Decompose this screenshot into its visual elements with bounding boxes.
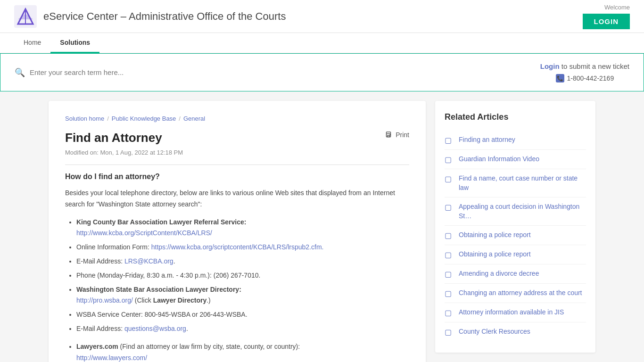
article-meta: Modified on: Mon, 1 Aug, 2022 at 12:18 P… (65, 149, 409, 156)
article-title-row: Find an Attorney Print (65, 131, 409, 149)
article-title: Find an Attorney (65, 131, 162, 145)
article-panel: Solution home / Public Knowledge Base / … (49, 101, 426, 362)
printer-icon (384, 131, 393, 139)
lawyers-com-link[interactable]: http://www.lawyers.com/ (76, 354, 147, 362)
breadcrumb-public-kb[interactable]: Public Knowledge Base (112, 115, 176, 122)
list-item: E-Mail Address: LRS@KCBA.org. (76, 256, 409, 267)
search-submit-text: to submit a new ticket (561, 62, 629, 70)
search-right: Login to submit a new ticket 📞 1-800-442… (540, 62, 629, 82)
list-item: Online Information Form: https://www.kcb… (76, 242, 409, 253)
article-section-heading: How do I find an attorney? (65, 173, 409, 181)
header-right: Welcome LOGIN (583, 4, 630, 29)
related-item-text-2: Find a name, court case number or state … (459, 174, 586, 192)
doc-icon-8: ▢ (445, 308, 454, 317)
list-item: Lawyers.com (Find an attorney or law fir… (76, 341, 409, 362)
doc-icon-3: ▢ (445, 203, 454, 212)
header-title: eService Center – Administrative Office … (43, 10, 286, 23)
search-login-text: Login to submit a new ticket (540, 62, 629, 70)
logo-icon (14, 5, 37, 28)
lawyers-com-label: Lawyers.com (76, 343, 118, 350)
lawyers-com-desc: (Find an attorney or law firm by city, s… (120, 343, 300, 350)
list-item: E-Mail Address: questions@wsba.org. (76, 323, 409, 335)
list-item: Phone (Monday-Friday, 8:30 a.m. - 4:30 p… (76, 270, 409, 281)
breadcrumb-general[interactable]: General (183, 115, 205, 122)
breadcrumb-sep-1: / (107, 115, 109, 122)
main-nav: Home Solutions (0, 33, 644, 53)
article-body: Besides your local telephone directory, … (65, 188, 409, 362)
related-item-text-9: County Clerk Resources (459, 327, 530, 337)
related-item-text-7: Changing an attorney address at the cour… (459, 288, 582, 298)
search-icon: 🔍 (15, 67, 25, 78)
related-item-text-6: Amending a divorce decree (459, 269, 539, 279)
article-divider (65, 165, 409, 165)
related-item[interactable]: ▢ Finding an attorney (445, 131, 586, 150)
search-login-link[interactable]: Login (540, 62, 560, 70)
svg-point-6 (390, 134, 391, 135)
search-left: 🔍 (15, 67, 540, 78)
doc-icon-0: ▢ (445, 136, 454, 145)
related-item[interactable]: ▢ Amending a divorce decree (445, 264, 586, 284)
doc-icon-6: ▢ (445, 270, 454, 279)
related-title: Related Articles (445, 112, 586, 122)
search-bar: 🔍 Login to submit a new ticket 📞 1-800-4… (0, 53, 644, 91)
related-item[interactable]: ▢ Obtaining a police report (445, 245, 586, 264)
related-item[interactable]: ▢ Changing an attorney address at the co… (445, 284, 586, 303)
doc-icon-4: ▢ (445, 231, 454, 240)
related-item[interactable]: ▢ Guardian Information Video (445, 150, 586, 169)
wsba-email-link[interactable]: questions@wsba.org (124, 325, 186, 332)
related-item-text-5: Obtaining a police report (459, 250, 531, 259)
print-button[interactable]: Print (384, 131, 409, 139)
breadcrumb: Solution home / Public Knowledge Base / … (65, 115, 409, 122)
header-left: eService Center – Administrative Office … (14, 5, 286, 28)
online-form-link[interactable]: https://www.kcba.org/scriptcontent/KCBA/… (151, 243, 324, 251)
related-panel: Related Articles ▢ Finding an attorney ▢… (435, 101, 595, 353)
phone-icon: 📞 (556, 74, 564, 82)
related-item-text-4: Obtaining a police report (459, 230, 531, 240)
article-intro: Besides your local telephone directory, … (65, 188, 409, 210)
kcba-link[interactable]: http://www.kcba.org/ScriptContent/KCBA/L… (76, 229, 212, 237)
nav-home[interactable]: Home (14, 33, 50, 53)
kcba-label: King County Bar Association Lawyer Refer… (76, 218, 246, 226)
wsba-label: Washington State Bar Association Lawyer … (76, 286, 241, 293)
breadcrumb-solution-home[interactable]: Solution home (65, 115, 104, 122)
svg-rect-5 (388, 136, 390, 137)
welcome-text: Welcome (604, 4, 630, 11)
list-item: WSBA Service Center: 800-945-WSBA or 206… (76, 309, 409, 321)
doc-icon-1: ▢ (445, 155, 454, 164)
wsba-link[interactable]: http://pro.wsba.org/ (76, 296, 133, 304)
breadcrumb-sep-2: / (179, 115, 181, 122)
doc-icon-7: ▢ (445, 289, 454, 298)
article-resources-list: King County Bar Association Lawyer Refer… (65, 217, 409, 335)
related-item[interactable]: ▢ Attorney information available in JIS (445, 303, 586, 322)
main-content: Solution home / Public Knowledge Base / … (39, 101, 605, 362)
login-button[interactable]: LOGIN (583, 14, 630, 29)
related-item[interactable]: ▢ County Clerk Resources (445, 322, 586, 341)
list-item: King County Bar Association Lawyer Refer… (76, 217, 409, 239)
related-item-text-3: Appealing a court decision in Washington… (459, 202, 586, 221)
doc-icon-9: ▢ (445, 328, 454, 337)
related-item-text-8: Attorney information available in JIS (459, 308, 564, 317)
print-label: Print (396, 131, 409, 139)
related-item[interactable]: ▢ Obtaining a police report (445, 226, 586, 245)
related-item-text-0: Finding an attorney (459, 135, 515, 145)
doc-icon-2: ▢ (445, 174, 454, 183)
related-item[interactable]: ▢ Appealing a court decision in Washingt… (445, 197, 586, 226)
header: eService Center – Administrative Office … (0, 0, 644, 33)
article-extra-list: Lawyers.com (Find an attorney or law fir… (65, 341, 409, 362)
search-input[interactable] (30, 68, 218, 76)
doc-icon-5: ▢ (445, 250, 454, 259)
list-item: Washington State Bar Association Lawyer … (76, 284, 409, 307)
related-item-text-1: Guardian Information Video (459, 155, 539, 164)
nav-solutions[interactable]: Solutions (50, 33, 99, 53)
kcba-email-link[interactable]: LRS@KCBA.org (124, 257, 173, 265)
phone-number: 1-800-442-2169 (567, 74, 614, 82)
search-phone: 📞 1-800-442-2169 (556, 74, 614, 82)
related-item[interactable]: ▢ Find a name, court case number or stat… (445, 169, 586, 197)
